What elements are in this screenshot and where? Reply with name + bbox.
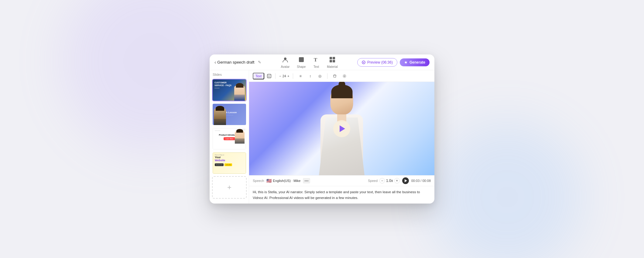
delete-icon <box>333 74 337 78</box>
bg-decoration-2 <box>431 121 583 258</box>
settings-button[interactable] <box>341 72 348 80</box>
script-area[interactable]: Hi, this is Stella, your AI narrator. Si… <box>249 186 434 204</box>
avatar-icon <box>282 56 289 64</box>
text-label: Text <box>313 65 319 68</box>
speech-controls: Speech 🇺🇸 English(US) · Mike ••• Speed −… <box>249 176 434 186</box>
font-size-decrease[interactable]: − <box>279 74 281 78</box>
more-options-button[interactable]: ••• <box>303 178 310 183</box>
preview-icon <box>362 61 365 64</box>
toolbar-divider-3 <box>327 73 327 79</box>
tool-text[interactable]: T Text <box>313 56 320 68</box>
time-display: 00:03 / 00:08 <box>411 179 431 183</box>
edit-icon[interactable]: ✎ <box>258 60 261 64</box>
flag-icon: 🇺🇸 <box>266 178 272 183</box>
svg-rect-1 <box>299 57 304 62</box>
slide-1-avatar <box>234 85 245 101</box>
speed-control: − 1.0x + <box>379 178 400 183</box>
speed-section: Speed − 1.0x + <box>368 178 400 183</box>
tool-avatar[interactable]: Avatar <box>281 56 290 68</box>
slide-item-2[interactable]: Math Lesson ───────── <box>212 103 247 126</box>
script-text: Hi, this is Stella, your AI narrator. Si… <box>253 189 431 200</box>
play-small-button[interactable] <box>402 177 409 184</box>
svg-point-0 <box>284 58 286 60</box>
main-toolbar: ‹ German speech draft ✎ Avatar <box>210 54 434 70</box>
back-button[interactable]: ‹ German speech draft <box>214 60 254 65</box>
canvas-area <box>249 82 434 175</box>
language-selector[interactable]: 🇺🇸 English(US) · Mike <box>266 178 300 183</box>
main-content: Slides CUSTOMERSERVICE - FAQS ━━━━━━━━ <box>210 70 434 204</box>
toolbar-tools: Avatar Shape T Text <box>261 56 357 68</box>
slide-item-1[interactable]: CUSTOMERSERVICE - FAQS ━━━━━━━━ <box>212 79 247 101</box>
shape-icon <box>298 56 305 64</box>
svg-point-10 <box>344 75 345 77</box>
video-canvas <box>249 82 434 175</box>
toolbar-divider-2 <box>293 73 293 79</box>
slide-1-bg: CUSTOMERSERVICE - FAQS ━━━━━━━━ <box>213 79 246 101</box>
slide-4-subtitle: Website <box>215 159 244 162</box>
svg-text:T: T <box>268 75 270 78</box>
slide-2-bg: Math Lesson ───────── <box>213 104 246 125</box>
svg-rect-5 <box>330 60 332 62</box>
avatar-label: Avatar <box>281 65 290 68</box>
toolbar-divider-1 <box>275 73 276 79</box>
text-icon: T <box>313 56 320 64</box>
add-slide-button[interactable]: + <box>212 176 247 199</box>
svg-rect-6 <box>333 60 335 62</box>
playback-section: 00:03 / 00:08 <box>402 177 431 184</box>
font-size-control: − 24 + <box>279 74 289 78</box>
language-text: English(US) · Mike <box>273 179 300 183</box>
delete-button[interactable] <box>331 72 338 80</box>
text-tool-btn[interactable]: Text <box>253 73 264 79</box>
generate-icon <box>404 61 408 64</box>
editor-area: Text T − 24 + ≡ ↕ ◎ <box>249 70 434 204</box>
back-icon: ‹ <box>214 60 216 65</box>
text-format-icon: T <box>267 74 272 78</box>
slides-panel: Slides CUSTOMERSERVICE - FAQS ━━━━━━━━ <box>210 70 249 204</box>
slide-3-cta: Learn More <box>224 137 235 140</box>
tool-shape[interactable]: Shape <box>297 56 306 68</box>
play-small-icon <box>405 179 407 182</box>
person-hair <box>331 85 352 98</box>
line-height-button[interactable]: ↕ <box>307 72 314 80</box>
font-size-increase[interactable]: + <box>287 74 289 78</box>
svg-rect-4 <box>333 57 335 59</box>
speed-increase-button[interactable]: + <box>394 178 400 183</box>
speed-decrease-button[interactable]: − <box>379 178 385 183</box>
play-button[interactable] <box>333 120 350 137</box>
slide-3-bg: ───── Product Introduction Learn More <box>213 128 246 149</box>
style-button[interactable]: ◎ <box>316 72 324 80</box>
slide-item-4[interactable]: How to Shop at Your Website browse now s… <box>212 152 247 174</box>
svg-rect-3 <box>330 57 332 59</box>
person-hair-bun <box>338 82 345 88</box>
slide-4-btn1: browse now <box>215 163 224 166</box>
generate-button[interactable]: Generate <box>400 58 430 66</box>
shape-label: Shape <box>297 65 306 68</box>
play-triangle-icon <box>340 125 345 132</box>
person-head <box>331 87 353 114</box>
preview-button[interactable]: Preview (06:36) <box>357 58 397 67</box>
slide-4-btn2: subscribe <box>224 163 232 166</box>
material-label: Material <box>327 65 338 68</box>
material-icon <box>329 56 336 64</box>
toolbar-right: Preview (06:36) Generate <box>357 58 430 67</box>
tool-material[interactable]: Material <box>327 56 338 68</box>
toolbar-left: ‹ German speech draft ✎ <box>214 60 261 65</box>
slide-3-avatar <box>235 131 245 144</box>
svg-text:T: T <box>314 57 317 63</box>
slides-label: Slides <box>212 73 246 76</box>
speech-label: Speech <box>253 179 264 183</box>
slide-4-bg: How to Shop at Your Website browse now s… <box>213 152 246 174</box>
bottom-panel: Speech 🇺🇸 English(US) · Mike ••• Speed −… <box>249 175 434 204</box>
slide-item-3[interactable]: ───── Product Introduction Learn More <box>212 127 247 150</box>
speed-value: 1.0x <box>386 179 393 183</box>
editor-toolbar: Text T − 24 + ≡ ↕ ◎ <box>249 70 434 82</box>
speed-label: Speed <box>368 179 378 183</box>
align-button[interactable]: ≡ <box>297 72 304 80</box>
settings-icon <box>342 74 347 78</box>
slide-2-avatar <box>214 108 226 125</box>
app-window: ‹ German speech draft ✎ Avatar <box>210 54 434 204</box>
project-name: German speech draft <box>217 60 254 64</box>
